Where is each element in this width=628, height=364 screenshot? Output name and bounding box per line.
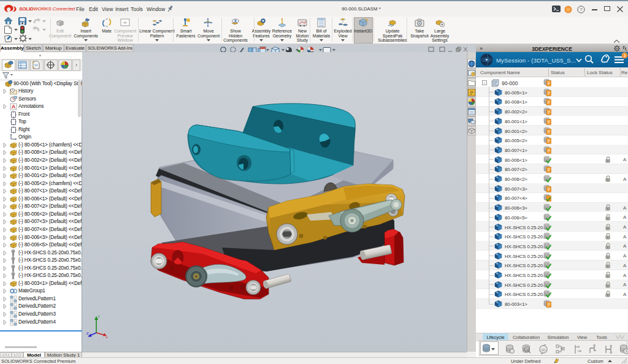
svg-text:Y: Y [98, 315, 100, 319]
svg-text:3: 3 [624, 53, 626, 58]
svg-text:X: X [105, 336, 108, 338]
svg-text:A: A [12, 104, 16, 110]
svg-text:?: ? [580, 7, 583, 12]
svg-text:Z: Z [86, 332, 89, 335]
svg-text:3D: 3D [541, 348, 546, 352]
